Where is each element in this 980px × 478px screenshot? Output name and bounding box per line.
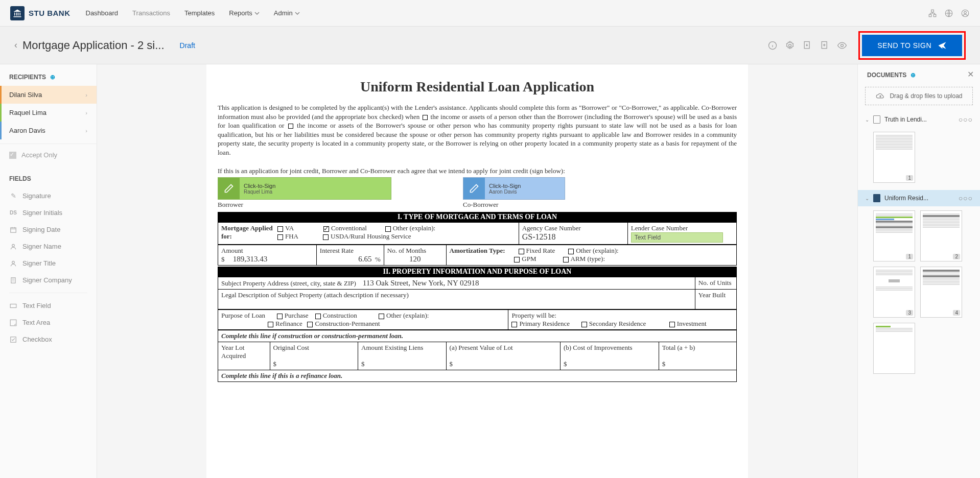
construction-table: Complete this line if construction or co… xyxy=(218,330,737,382)
field-signer-company[interactable]: Signer Company xyxy=(0,272,97,289)
textfield-icon xyxy=(9,303,17,308)
chevron-down-icon: ⌄ xyxy=(865,196,869,201)
chevron-right-icon: › xyxy=(85,110,87,116)
top-nav-right xyxy=(928,9,970,18)
send-button-highlight: SEND TO SIGN xyxy=(858,31,966,60)
right-sidebar: ✕ DOCUMENTS ⊕ Drag & drop files to uploa… xyxy=(857,64,980,478)
field-signer-name[interactable]: Signer Name xyxy=(0,238,97,255)
doc-add-icon[interactable] xyxy=(820,40,830,51)
page-thumb[interactable]: 1 xyxy=(873,132,915,183)
field-date[interactable]: Signing Date xyxy=(0,221,97,238)
more-icon[interactable]: ○○○ xyxy=(959,115,973,124)
user-icon[interactable] xyxy=(961,9,970,18)
checkbox-purp-other[interactable] xyxy=(379,314,384,319)
page-thumb-1[interactable]: 1 xyxy=(873,210,915,261)
thumb-grid-1: 1 2 3 4 xyxy=(858,206,980,381)
document-page: Uniform Residential Loan Application Thi… xyxy=(206,64,748,478)
checkbox-other[interactable] xyxy=(385,226,391,232)
svg-point-13 xyxy=(12,261,15,264)
page-thumb-3[interactable]: 3 xyxy=(873,267,915,318)
joint-credit-text: If this is an application for joint cred… xyxy=(218,167,737,175)
document-canvas[interactable]: Uniform Residential Loan Application Thi… xyxy=(97,64,857,478)
signature-field-coborrower[interactable]: Click-to-Sign Aaron Davis xyxy=(463,177,565,200)
checkbox-conventional[interactable] xyxy=(323,226,329,232)
status-badge: Draft xyxy=(180,41,195,50)
checkbox-construction[interactable] xyxy=(315,314,321,319)
gear-icon[interactable] xyxy=(785,40,795,51)
divider xyxy=(9,293,87,293)
send-to-sign-button[interactable]: SEND TO SIGN xyxy=(862,35,962,56)
recipient-item-1[interactable]: Raquel Lima › xyxy=(0,104,97,122)
doc-title: Uniform Residential Loan Application xyxy=(218,79,737,95)
doc-item-1[interactable]: ⌄ Uniform Resid... ○○○ xyxy=(858,190,980,206)
more-icon[interactable]: ○○○ xyxy=(959,194,973,202)
svg-point-5 xyxy=(964,11,967,14)
nav-dashboard[interactable]: Dashboard xyxy=(86,9,119,17)
checkbox-primary[interactable] xyxy=(511,322,517,327)
field-signature[interactable]: ✎Signature xyxy=(0,187,97,204)
property-table: Subject Property Address (street, city, … xyxy=(218,277,737,309)
svg-point-10 xyxy=(841,44,844,46)
doc-item-0[interactable]: ⌄ Truth in Lendi... ○○○ xyxy=(858,111,980,128)
section-2-header: II. PROPERTY INFORMATION AND PURPOSE OF … xyxy=(218,267,737,277)
doc-icon xyxy=(873,115,880,124)
eye-icon[interactable] xyxy=(837,40,847,51)
recipient-item-0[interactable]: Dilani Silva › xyxy=(0,86,97,104)
person-icon xyxy=(9,243,17,250)
field-text-field[interactable]: Text Field xyxy=(0,297,97,314)
svg-rect-2 xyxy=(934,14,936,17)
info-icon[interactable] xyxy=(767,40,778,51)
purpose-table: Purpose of Loan Purchase Construction Ot… xyxy=(218,309,737,330)
checkbox-amort-other[interactable] xyxy=(568,249,574,254)
checkbox-fixed[interactable] xyxy=(519,249,524,254)
checkbox-purchase[interactable] xyxy=(277,314,283,319)
page-title: Mortgage Application - 2 si... xyxy=(22,39,165,52)
close-icon[interactable]: ✕ xyxy=(967,69,974,79)
text-field-lender[interactable]: Text Field xyxy=(631,232,723,243)
nav-reports[interactable]: Reports xyxy=(229,9,260,17)
field-initials[interactable]: DSSigner Initials xyxy=(0,204,97,221)
nav-templates[interactable]: Templates xyxy=(184,9,215,17)
loan-terms-table: Amount $ 189,313.43 Interest Rate 6.65 %… xyxy=(218,245,737,266)
checkbox-refinance[interactable] xyxy=(268,322,273,327)
back-button[interactable]: ‹ xyxy=(14,40,17,51)
checkbox-gpm[interactable] xyxy=(514,257,520,262)
chevron-right-icon: › xyxy=(85,92,87,98)
org-icon[interactable] xyxy=(928,9,937,18)
page-thumb-4[interactable]: 4 xyxy=(920,267,962,318)
checkbox-investment[interactable] xyxy=(669,322,675,327)
recipient-item-2[interactable]: Aaron Davis › xyxy=(0,122,97,139)
checkbox-usda[interactable] xyxy=(323,234,329,240)
add-recipient-icon[interactable]: ⊕ xyxy=(50,74,55,81)
nav-admin[interactable]: Admin xyxy=(274,9,300,17)
drop-zone[interactable]: Drag & drop files to upload xyxy=(865,87,973,105)
signature-field-borrower[interactable]: Click-to-Sign Raquel Lima xyxy=(218,177,391,200)
nav-transactions[interactable]: Transactions xyxy=(132,9,170,17)
svg-point-7 xyxy=(789,44,791,46)
field-text-area[interactable]: Text Area xyxy=(0,314,97,331)
field-checkbox[interactable]: Checkbox xyxy=(0,331,97,348)
doc-icon xyxy=(873,194,880,202)
checkbox-fha[interactable] xyxy=(277,234,283,240)
svg-point-12 xyxy=(12,244,15,247)
signature-row: Click-to-Sign Raquel Lima Borrower Click… xyxy=(218,177,737,211)
doc-download-icon[interactable] xyxy=(802,40,812,51)
nav-items: Dashboard Transactions Templates Reports… xyxy=(86,9,300,17)
add-document-icon[interactable]: ⊕ xyxy=(911,71,916,79)
svg-rect-0 xyxy=(931,10,934,12)
accept-only-toggle[interactable]: Accept Only xyxy=(0,144,97,166)
top-nav: STU BANK Dashboard Transactions Template… xyxy=(0,0,980,27)
svg-rect-1 xyxy=(929,14,931,17)
checkbox-icon xyxy=(423,115,428,120)
doc-intro: This application is designed to be compl… xyxy=(218,103,737,157)
page-thumb-5[interactable] xyxy=(873,323,915,374)
checkbox-secondary[interactable] xyxy=(581,322,587,327)
checkbox-va[interactable] xyxy=(277,226,283,232)
checkbox-constperm[interactable] xyxy=(307,322,313,327)
field-signer-title[interactable]: Signer Title xyxy=(0,255,97,272)
initials-icon: DS xyxy=(9,210,17,216)
page-thumb-2[interactable]: 2 xyxy=(920,210,962,261)
globe-icon[interactable] xyxy=(944,9,953,18)
checkbox-arm[interactable] xyxy=(563,257,569,262)
logo[interactable]: STU BANK xyxy=(10,6,71,20)
